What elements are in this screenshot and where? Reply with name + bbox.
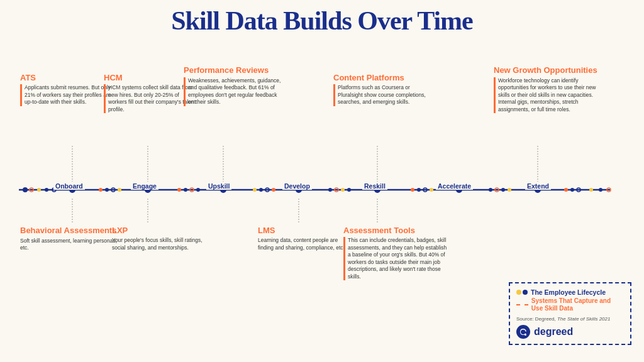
svg-point-25 [430, 188, 433, 192]
behavioral-text: Soft skill assessment, learning personas… [20, 238, 119, 252]
svg-point-3 [37, 188, 41, 192]
degreed-icon [516, 325, 530, 339]
svg-point-15 [259, 188, 263, 192]
legend-source: Source: Degreed, The State of Skills 202… [516, 316, 624, 322]
behavioral-card: Behavioral Assessments Soft skill assess… [20, 226, 119, 252]
assessment-tools-card: Assessment Tools This can include creden… [343, 226, 447, 280]
lms-title: LMS [258, 226, 346, 235]
ats-text: Applicants submit resumes. But only 21% … [25, 84, 113, 106]
stage-accelerate: Accelerate [436, 182, 473, 190]
main-title: Skill Data Builds Over Time [13, 6, 631, 35]
lxp-text: Your people's focus skills, skill rating… [112, 237, 205, 251]
legend-title: The Employee Lifecycle [531, 288, 606, 296]
content-platforms-card: Content Platforms Platforms such as Cour… [333, 73, 433, 106]
lxp-title: LXP [112, 226, 205, 235]
ats-title: ATS [20, 73, 113, 82]
stage-extend: Extend [525, 182, 551, 190]
svg-point-17 [272, 188, 275, 192]
stage-onboard: Onboard [53, 182, 85, 190]
svg-point-18 [328, 188, 332, 192]
ats-card: ATS Applicants submit resumes. But only … [20, 73, 113, 106]
new-growth-card: New Growth Opportunities Workforce techn… [494, 65, 606, 113]
svg-point-29 [508, 188, 511, 192]
svg-point-11 [184, 188, 187, 192]
content-platforms-title: Content Platforms [333, 73, 433, 82]
new-growth-text: Workforce technology can identify opport… [498, 77, 606, 113]
assessment-tools-title: Assessment Tools [343, 226, 447, 235]
degreed-text: degreed [534, 326, 573, 337]
performance-card: Performance Reviews Weaknesses, achievem… [184, 65, 284, 106]
svg-point-10 [177, 188, 181, 192]
stage-reskill: Reskill [362, 182, 387, 190]
svg-point-1 [23, 187, 28, 192]
svg-point-7 [105, 188, 109, 192]
legend-box: The Employee Lifecycle Systems That Capt… [509, 282, 631, 345]
page-container: Skill Data Builds Over Time [0, 0, 644, 362]
svg-point-28 [501, 188, 505, 192]
svg-point-34 [599, 188, 602, 192]
svg-point-13 [196, 188, 200, 192]
svg-point-26 [489, 188, 492, 192]
svg-point-4 [45, 188, 48, 192]
degreed-logo: degreed [516, 325, 624, 339]
stage-upskill: Upskill [206, 182, 231, 190]
degreed-logo-icon [519, 327, 528, 336]
svg-point-22 [411, 188, 414, 192]
svg-point-9 [118, 188, 121, 192]
svg-point-33 [589, 188, 593, 192]
performance-title: Performance Reviews [184, 65, 284, 75]
svg-point-20 [341, 188, 345, 192]
stage-develop: Develop [282, 182, 312, 190]
svg-point-6 [99, 188, 103, 192]
svg-point-21 [347, 188, 351, 192]
svg-point-23 [417, 188, 421, 192]
new-growth-title: New Growth Opportunities [494, 65, 606, 75]
lms-card: LMS Learning data, content people are fi… [258, 226, 346, 251]
behavioral-title: Behavioral Assessments [20, 226, 119, 236]
lxp-card: LXP Your people's focus skills, skill ra… [112, 226, 205, 251]
stage-engage: Engage [131, 182, 158, 190]
svg-point-30 [564, 188, 568, 192]
assessment-tools-text: This can include credentials, badges, sk… [348, 237, 447, 280]
svg-point-14 [253, 188, 257, 192]
svg-point-31 [570, 188, 574, 192]
lms-text: Learning data, content people are findin… [258, 237, 346, 251]
performance-text: Weaknesses, achievements, guidance, and … [188, 77, 284, 106]
legend-subtitle: Systems That Capture and Use Skill Data [531, 297, 624, 312]
svg-point-52 [525, 334, 526, 336]
content-platforms-text: Platforms such as Coursera or Pluralsigh… [338, 84, 433, 106]
